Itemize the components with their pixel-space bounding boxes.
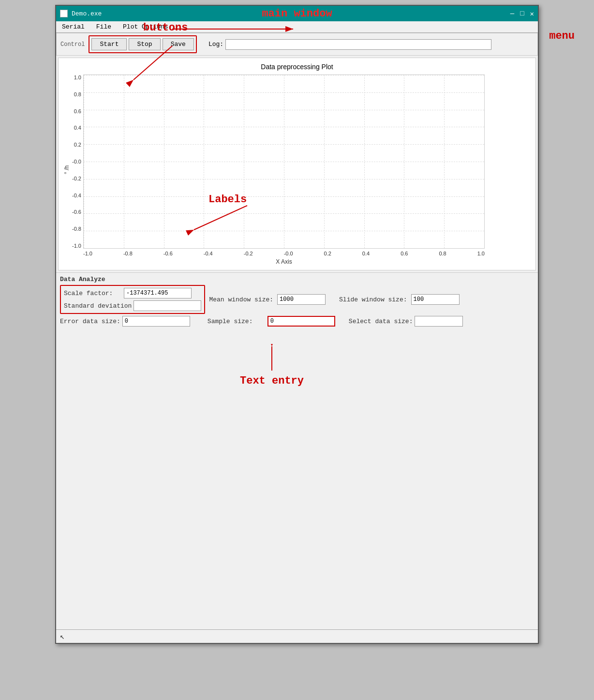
buttons-arrow [119, 41, 177, 89]
x-tick: -0.4 [204, 251, 213, 256]
select-data-input[interactable] [415, 316, 463, 327]
x-ticks: -1.0 -0.8 -0.6 -0.4 -0.2 -0.0 0.2 0.4 0.… [83, 251, 485, 256]
scale-factor-label: Scale factor: [64, 290, 122, 297]
scale-factor-input[interactable] [124, 288, 192, 298]
bottom-area: Text entry [56, 329, 538, 629]
y-tick: -0.6 [72, 209, 81, 215]
text-entry-label: Text entry [240, 375, 304, 387]
mean-window-label: Mean window size: [209, 296, 273, 303]
x-tick: 0.8 [439, 251, 446, 256]
menu-external-annotation: menu [549, 30, 575, 42]
y-tick: -1.0 [72, 243, 81, 249]
x-tick: 1.0 [477, 251, 485, 256]
x-tick: -0.2 [244, 251, 253, 256]
title-bar-left: Demo.exe [60, 10, 102, 17]
cursor-icon: ↖ [60, 632, 65, 641]
svg-line-3 [134, 46, 172, 80]
grid-line-v [484, 75, 485, 248]
error-data-label: Error data size: [60, 318, 120, 325]
plot-area: Data preprocessing Plot ° /h 1.0 0.8 0.6… [58, 58, 536, 270]
main-window-annotation: main window [262, 8, 332, 20]
status-bar: ↖ [56, 629, 538, 643]
data-row-2: Error data size: Sample size: Select dat… [60, 316, 534, 327]
grid-line-v [124, 75, 124, 248]
y-tick: 0.6 [72, 108, 81, 114]
std-dev-input[interactable] [134, 300, 201, 311]
y-tick: -0.0 [72, 159, 81, 164]
y-tick: -0.8 [72, 226, 81, 232]
y-tick: -0.2 [72, 176, 81, 181]
grid-line-v [164, 75, 164, 248]
window-title: Demo.exe [72, 10, 102, 17]
main-window: Demo.exe main window — □ ✕ Serial File P… [55, 5, 539, 644]
app-icon [60, 10, 68, 17]
select-data-label: Select data size: [349, 318, 413, 325]
grid-line-v [404, 75, 404, 248]
y-axis-label: ° /h [63, 83, 70, 257]
y-tick: 0.4 [72, 125, 81, 131]
grid-line-v [284, 75, 284, 248]
close-button[interactable]: ✕ [530, 10, 534, 18]
y-tick: 1.0 [72, 74, 81, 80]
x-tick: -0.8 [123, 251, 133, 256]
grid-line-v [364, 75, 365, 248]
control-label: Control [60, 41, 85, 48]
data-analyze-title: Data Analyze [60, 276, 534, 283]
grid-line-v [444, 75, 445, 248]
std-dev-label: Standard deviation [64, 302, 132, 310]
mean-window-input[interactable] [277, 294, 326, 305]
labels-annotation: Labels [208, 194, 247, 206]
x-axis-label: X Axis [83, 258, 485, 265]
labels-annotation-block: Labels [184, 198, 252, 239]
text-entry-annotation-block: Text entry [240, 344, 304, 387]
menu-serial[interactable]: Serial [58, 22, 89, 31]
svg-line-5 [194, 206, 247, 230]
plot-inner: -1.0 -0.8 -0.6 -0.4 -0.2 -0.0 0.2 0.4 0.… [83, 74, 485, 265]
buttons-annotation: buttons [143, 22, 188, 34]
y-ticks: 1.0 0.8 0.6 0.4 0.2 -0.0 -0.2 -0.4 -0.6 … [72, 74, 81, 249]
grid-line-v [324, 75, 325, 248]
slide-window-input[interactable] [411, 294, 460, 305]
y-tick: 0.8 [72, 91, 81, 97]
y-tick: 0.2 [72, 142, 81, 148]
slide-window-label: Slide window size: [339, 296, 407, 303]
x-tick: 0.2 [324, 251, 331, 256]
minimize-button[interactable]: — [510, 10, 514, 18]
sample-size-label: Sample size: [208, 318, 266, 325]
x-tick: -0.0 [284, 251, 293, 256]
title-bar-controls[interactable]: — □ ✕ [510, 10, 534, 18]
menu-file[interactable]: File [92, 22, 115, 31]
sample-size-input[interactable] [267, 316, 335, 327]
grid-line-v [84, 75, 84, 248]
x-tick: 0.6 [401, 251, 408, 256]
error-data-input[interactable] [122, 316, 190, 327]
y-tick: -0.4 [72, 193, 81, 198]
x-tick: 0.4 [362, 251, 370, 256]
data-group-box: Scale factor: Standard deviation [60, 285, 205, 314]
plot-grid [83, 74, 485, 249]
grid-line-h [84, 248, 484, 249]
x-tick: -1.0 [83, 251, 92, 256]
text-entry-arrow [248, 344, 296, 373]
menu-arrow [167, 19, 312, 44]
data-row-1: Scale factor: Standard deviation Mean wi… [60, 285, 534, 314]
data-analyze-section: Data Analyze Scale factor: Standard devi… [56, 272, 538, 329]
maximize-button[interactable]: □ [520, 10, 524, 18]
x-tick: -0.6 [163, 251, 173, 256]
